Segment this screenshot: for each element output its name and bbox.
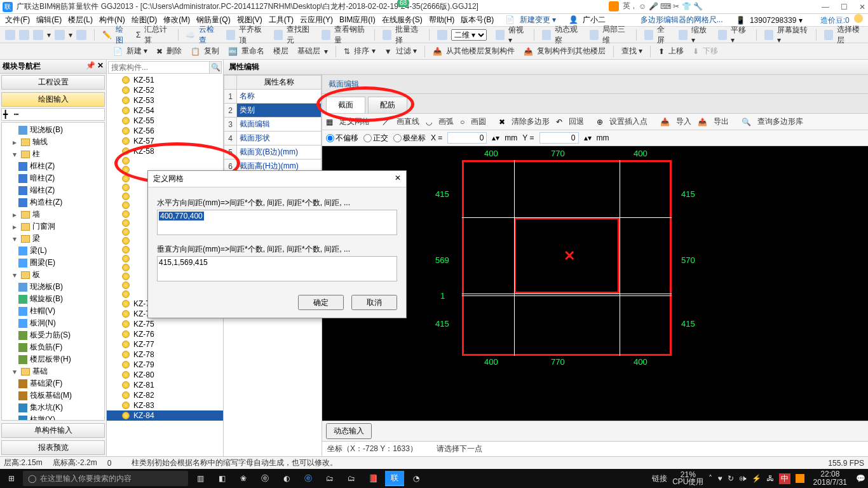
dim-select[interactable]: 二维 ▾ [451, 29, 487, 41]
v-spacing-input[interactable]: 415,1,569,415 [157, 256, 397, 281]
tree-item[interactable]: ▾梁 [2, 233, 104, 245]
component-search-input[interactable] [109, 62, 209, 73]
component-item[interactable]: KZ-77 [107, 339, 223, 349]
taskbar-app2[interactable]: ❀ [234, 471, 253, 486]
close-button[interactable]: ✕ [859, 3, 865, 11]
select-floor-button[interactable]: 选择楼层 [837, 24, 863, 46]
tray-sogou-icon[interactable] [796, 474, 804, 483]
export-button[interactable]: 导出 [714, 116, 729, 127]
h-spacing-input[interactable]: 400,770,400 [157, 210, 397, 235]
undo-button[interactable]: 回退 [569, 116, 584, 127]
prop-row[interactable]: 2类别 [224, 104, 322, 118]
modnav-pin-icon[interactable]: 📌 ✕ [86, 61, 104, 72]
tree-item[interactable]: 柱帽(V) [2, 305, 104, 317]
tree-item[interactable]: 螺旋板(B) [2, 293, 104, 305]
tree-item[interactable]: 板负筋(F) [2, 341, 104, 353]
new-comp-button[interactable]: 新建 ▾ [126, 46, 147, 57]
tab-section[interactable]: 截面 [326, 97, 365, 113]
tree-item[interactable]: ▸轴线 [2, 136, 104, 148]
tree-item[interactable]: 板受力筋(S) [2, 329, 104, 341]
maximize-button[interactable]: ☐ [841, 3, 848, 11]
tray-ico1[interactable]: ♥ [717, 474, 722, 483]
component-item[interactable]: KZ-54 [107, 105, 223, 116]
draw-line-button[interactable]: 画直线 [397, 116, 419, 127]
tree-item[interactable]: 现浇板(B) [2, 281, 104, 293]
taskbar-ggj[interactable]: 联 [385, 471, 404, 486]
baselayer-label[interactable]: 基础层 [297, 46, 320, 57]
report-preview-tab[interactable]: 报表预览 [1, 440, 105, 455]
copy-to-button[interactable]: 复制构件到其他楼层 [537, 46, 606, 57]
tray-ico2[interactable]: ↻ [728, 474, 734, 483]
zoom-button[interactable]: 缩放 ▾ [691, 25, 710, 44]
minimize-button[interactable]: — [822, 3, 829, 11]
dialog-ok-button[interactable]: 确定 [298, 295, 344, 310]
tray-chevron-icon[interactable]: ˄ [709, 474, 712, 483]
set-insert-point-button[interactable]: 设置插入点 [609, 116, 648, 127]
copy-from-button[interactable]: 从其他楼层复制构件 [446, 46, 515, 57]
tree-item[interactable]: ▾基础 [2, 365, 104, 377]
tray-ico3[interactable]: 🕪 [739, 474, 747, 483]
define-grid-button[interactable]: 定义网格 [339, 116, 370, 127]
prop-row[interactable]: 4截面形状 [224, 132, 322, 146]
dyn-observe-button[interactable]: 动态观察 [555, 24, 581, 46]
menu-file[interactable]: 文件(F) [3, 15, 32, 25]
tray-link[interactable]: 链接 [652, 473, 667, 484]
taskbar-explorer[interactable]: 🗂 [320, 471, 339, 486]
component-item[interactable]: KZ-83 [107, 400, 223, 410]
new-change-button[interactable]: 新建变更 ▾ [517, 15, 559, 24]
tree-item[interactable]: 板洞(N) [2, 317, 104, 329]
dialog-cancel-button[interactable]: 取消 [351, 295, 397, 310]
search-icon[interactable]: 🔍 [209, 62, 221, 73]
taskbar-app4[interactable]: ⓔ [299, 471, 318, 486]
tray-ico4[interactable]: ⚡ [752, 474, 761, 483]
tree-item[interactable]: ▸门窗洞 [2, 220, 104, 233]
sum-button[interactable]: 汇总计算 [144, 24, 170, 46]
draw-arc-button[interactable]: 画弧 [438, 116, 454, 127]
ime-lang[interactable]: 英 , [623, 1, 635, 11]
floor-label[interactable]: 楼层 [273, 46, 288, 57]
filter-button[interactable]: 过滤 ▾ [396, 46, 417, 57]
tree-item[interactable]: ▾柱 [2, 148, 104, 160]
tree-item[interactable]: 楼层板带(H) [2, 353, 104, 365]
bird-view-button[interactable]: 俯视 ▾ [508, 25, 527, 44]
tree-item[interactable]: 基础梁(F) [2, 377, 104, 390]
polar-radio[interactable]: 极坐标 [393, 133, 426, 144]
tray-ico5[interactable]: 🖧 [766, 474, 774, 483]
batch-select-button[interactable]: 批量选择 [395, 24, 421, 46]
taskbar-search[interactable]: ◯ 在这里输入你要搜索的内容 [23, 471, 188, 486]
save-icon[interactable] [33, 30, 43, 40]
component-item[interactable]: KZ-52 [107, 85, 223, 95]
draw-circle-button[interactable]: 画圆 [471, 116, 486, 127]
component-item[interactable]: KZ-56 [107, 126, 223, 136]
phone-number[interactable]: 13907298339 ▾ [747, 16, 805, 25]
import-button[interactable]: 导入 [676, 116, 691, 127]
dyn-input-button[interactable]: 动态输入 [326, 423, 372, 439]
tray-clock[interactable]: 22:082018/7/31 [810, 470, 851, 487]
component-item[interactable]: KZ-76 [107, 329, 223, 339]
start-button[interactable]: ⊞ [3, 471, 20, 485]
ortho-radio[interactable]: 正交 [363, 133, 388, 144]
x-input[interactable] [447, 132, 487, 144]
cpu-meter[interactable]: 21%CPU使用 [672, 471, 703, 485]
tree-item[interactable]: 构造柱(Z) [2, 196, 104, 208]
tray-ime-zh[interactable]: 中 [779, 473, 790, 484]
task-view-icon[interactable]: ▥ [191, 471, 210, 486]
sort-button[interactable]: 排序 ▾ [354, 46, 375, 57]
taskbar-app3[interactable]: ◐ [277, 471, 296, 486]
component-item[interactable]: KZ-82 [107, 390, 223, 400]
tree-item[interactable]: 端柱(Z) [2, 184, 104, 196]
user-label[interactable]: 广小二 [580, 15, 608, 24]
taskbar-app1[interactable]: ◧ [212, 471, 231, 486]
redo-icon[interactable] [76, 30, 86, 40]
tree-item[interactable]: 柱墩(Y) [2, 414, 104, 421]
taskbar-app7[interactable]: ◔ [407, 471, 426, 486]
local-3d-button[interactable]: 局部三维 [602, 24, 628, 46]
tree-item[interactable]: 暗柱(Z) [2, 172, 104, 184]
open-icon[interactable] [19, 30, 29, 40]
fullscreen-button[interactable]: 全屏 [657, 24, 670, 46]
tree-item[interactable]: 圈梁(E) [2, 257, 104, 269]
offset-none-radio[interactable]: 不偏移 [326, 133, 358, 144]
component-item[interactable] [107, 156, 223, 165]
prop-row[interactable]: 1名称 [224, 90, 322, 104]
draw-input-tab[interactable]: 绘图输入 [1, 92, 105, 107]
